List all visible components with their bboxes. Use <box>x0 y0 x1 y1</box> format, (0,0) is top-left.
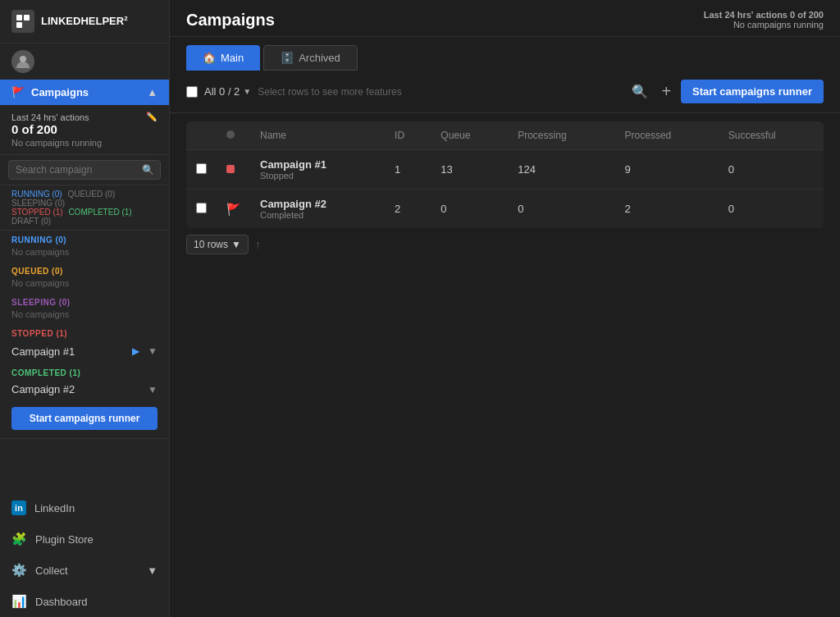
col-status-dot <box>217 121 250 150</box>
collect-icon: ⚙️ <box>11 563 27 578</box>
completed-group: COMPLETED (1) Campaign #2 ▼ <box>0 363 169 400</box>
table-row[interactable]: 🚩 Campaign #2 Completed 2 0 0 2 0 <box>186 190 824 229</box>
row2-status-indicator: 🚩 <box>226 203 240 216</box>
row1-processed: 9 <box>615 150 719 190</box>
sidebar-item-linkedin[interactable]: in LinkedIn <box>0 492 169 523</box>
row2-id: 2 <box>385 190 431 229</box>
play-button-campaign-1[interactable]: ▶ <box>128 344 143 359</box>
sidebar-item-plugin-store[interactable]: 🧩 Plugin Store <box>0 523 169 555</box>
row2-processed: 2 <box>615 190 719 229</box>
row2-status-cell: 🚩 <box>217 190 250 229</box>
header-actions-count: Last 24 hrs' actions 0 of 200 <box>704 10 824 20</box>
table-row[interactable]: Campaign #1 Stopped 1 13 124 9 0 <box>186 150 824 190</box>
filter-row: RUNNING (0) QUEUED (0) SLEEPING (0) STOP… <box>0 185 169 231</box>
plugin-store-label: Plugin Store <box>35 533 94 546</box>
avatar[interactable] <box>11 50 34 73</box>
row1-checkbox[interactable] <box>196 163 207 174</box>
flag-icon: 🚩 <box>11 86 25 98</box>
tab-main[interactable]: 🏠 Main <box>186 45 260 71</box>
chevron-down-icon-campaign-2[interactable]: ▼ <box>148 384 158 395</box>
row2-checkbox-cell <box>186 190 217 229</box>
stopped-campaign-1-name: Campaign #1 <box>11 345 75 358</box>
plugin-store-icon: 🧩 <box>11 532 27 546</box>
svg-rect-2 <box>16 22 22 28</box>
row1-campaign-name: Campaign #1 <box>260 158 375 171</box>
row2-processing: 0 <box>508 190 614 229</box>
main-header: Campaigns Last 24 hrs' actions 0 of 200 … <box>170 0 840 37</box>
col-id: ID <box>385 121 431 150</box>
search-button[interactable]: 🔍 <box>628 80 651 103</box>
col-name: Name <box>250 121 385 150</box>
campaigns-table: Name ID Queue Processing Processed Succe… <box>186 121 824 228</box>
queued-empty: No campaigns <box>11 278 158 288</box>
pagination-row: 10 rows ▼ ↑ <box>186 228 824 258</box>
row2-checkbox[interactable] <box>196 203 207 213</box>
svg-rect-0 <box>16 15 22 21</box>
archive-icon: 🗄️ <box>281 52 294 64</box>
add-button[interactable]: + <box>658 79 674 104</box>
collect-label: Collect <box>35 564 68 577</box>
app-name: LINKEDHELPER2 <box>41 15 128 27</box>
col-successful: Successful <box>719 121 824 150</box>
start-campaigns-runner-sidebar-button[interactable]: Start campaigns runner <box>11 407 158 430</box>
col-processing: Processing <box>508 121 614 150</box>
queued-filter[interactable]: QUEUED (0) <box>67 190 115 199</box>
row2-queue: 0 <box>431 190 508 229</box>
row1-successful: 0 <box>719 150 824 190</box>
tab-archived[interactable]: 🗄️ Archived <box>263 45 358 71</box>
completed-group-title: COMPLETED (1) <box>11 368 158 377</box>
chevron-down-icon-campaign-1[interactable]: ▼ <box>148 345 158 357</box>
search-input[interactable] <box>8 160 161 180</box>
campaigns-section[interactable]: 🚩 Campaigns ▲ <box>0 80 169 105</box>
tab-row: 🏠 Main 🗄️ Archived <box>170 37 840 71</box>
row1-status-cell <box>217 150 250 190</box>
sidebar-item-collect[interactable]: ⚙️ Collect ▼ <box>0 555 169 586</box>
svg-rect-1 <box>24 15 30 21</box>
all-count-label[interactable]: All 0 / 2 ▼ <box>204 85 251 98</box>
row2-successful: 0 <box>719 190 824 229</box>
row1-campaign-status: Stopped <box>260 171 375 181</box>
stats-subtitle: No campaigns running <box>11 138 158 148</box>
scroll-top-button[interactable]: ↑ <box>255 238 261 251</box>
sleeping-filter[interactable]: SLEEPING (0) <box>11 199 65 208</box>
select-hint: Select rows to see more features <box>258 86 622 98</box>
header-info: Last 24 hrs' actions 0 of 200 No campaig… <box>704 10 824 30</box>
sidebar-bottom-nav: in LinkedIn 🧩 Plugin Store ⚙️ Collect ▼ … <box>0 492 169 617</box>
stopped-filter[interactable]: STOPPED (1) <box>11 208 63 217</box>
select-all-checkbox[interactable] <box>186 86 198 98</box>
edit-icon[interactable]: ✏️ <box>146 112 158 122</box>
completed-campaign-2[interactable]: Campaign #2 ▼ <box>11 380 158 399</box>
row1-status-indicator <box>226 165 235 173</box>
completed-filter[interactable]: COMPLETED (1) <box>68 208 131 217</box>
stats-count: 0 of 200 <box>11 122 158 136</box>
running-filter[interactable]: RUNNING (0) <box>11 190 62 199</box>
completed-campaign-2-name: Campaign #2 <box>11 383 75 395</box>
sleeping-group: SLEEPING (0) No campaigns <box>0 293 169 324</box>
sidebar-item-dashboard[interactable]: 📊 Dashboard <box>0 586 169 617</box>
campaigns-table-container: Name ID Queue Processing Processed Succe… <box>170 113 840 617</box>
draft-filter[interactable]: DRAFT (0) <box>11 217 51 226</box>
stats-title: Last 24 hrs' actions <box>11 112 89 122</box>
row2-campaign-status: Completed <box>260 210 375 220</box>
main-content: Campaigns Last 24 hrs' actions 0 of 200 … <box>170 0 840 617</box>
rows-per-page-select[interactable]: 10 rows ▼ <box>186 235 249 254</box>
col-queue: Queue <box>431 121 508 150</box>
campaigns-label: Campaigns <box>31 86 89 98</box>
row1-queue: 13 <box>431 150 508 190</box>
queued-group-title: QUEUED (0) <box>11 267 158 276</box>
running-group-title: RUNNING (0) <box>11 235 158 245</box>
row1-checkbox-cell <box>186 150 217 190</box>
sleeping-group-title: SLEEPING (0) <box>11 298 158 307</box>
sleeping-empty: No campaigns <box>11 309 158 319</box>
queued-group: QUEUED (0) No campaigns <box>0 262 169 293</box>
start-campaigns-runner-button[interactable]: Start campaigns runner <box>681 80 824 103</box>
search-area: 🔍 <box>0 155 169 185</box>
row1-name-cell: Campaign #1 Stopped <box>250 150 385 190</box>
stopped-campaign-1[interactable]: Campaign #1 ▶ ▼ <box>11 340 158 362</box>
col-processed: Processed <box>615 121 719 150</box>
sidebar-header: LINKEDHELPER2 <box>0 0 169 43</box>
dashboard-icon: 📊 <box>11 594 27 609</box>
col-checkbox <box>186 121 217 150</box>
running-empty: No campaigns <box>11 247 158 257</box>
dashboard-label: Dashboard <box>35 596 88 608</box>
